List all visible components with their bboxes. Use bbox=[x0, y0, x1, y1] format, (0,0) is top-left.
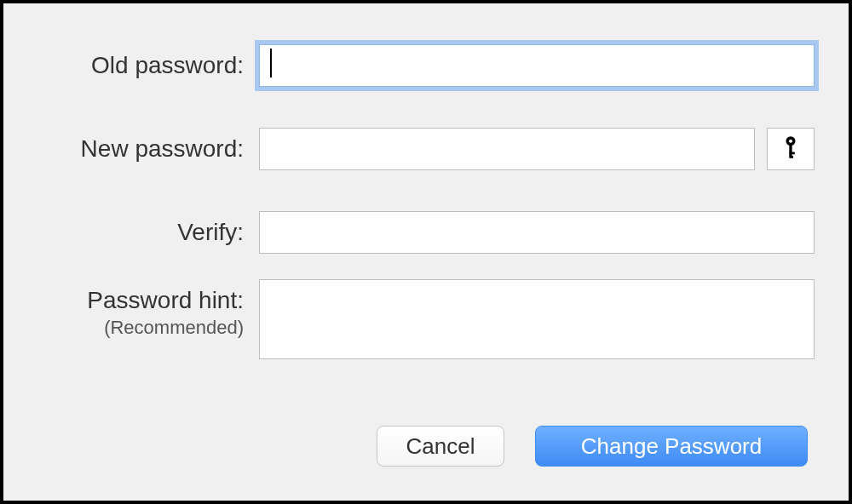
svg-point-1 bbox=[789, 140, 792, 143]
dialog-buttons: Cancel Change Password bbox=[37, 426, 815, 467]
old-password-label: Old password: bbox=[37, 44, 259, 80]
hint-input[interactable] bbox=[259, 279, 815, 359]
verify-row: Verify: bbox=[37, 211, 815, 254]
text-cursor bbox=[270, 49, 272, 77]
svg-rect-2 bbox=[789, 144, 792, 157]
new-password-input[interactable] bbox=[259, 128, 755, 170]
hint-sublabel: (Recommended) bbox=[37, 317, 244, 339]
cancel-button[interactable]: Cancel bbox=[377, 426, 504, 467]
svg-rect-3 bbox=[789, 152, 794, 155]
change-password-dialog: Old password: New password: bbox=[3, 3, 849, 501]
change-password-button[interactable]: Change Password bbox=[535, 426, 808, 467]
new-password-label: New password: bbox=[37, 128, 259, 163]
verify-label: Verify: bbox=[37, 211, 259, 247]
hint-row: Password hint: (Recommended) bbox=[37, 279, 815, 359]
new-password-row: New password: bbox=[37, 128, 815, 170]
verify-input[interactable] bbox=[259, 211, 815, 254]
key-icon bbox=[781, 135, 800, 163]
hint-label: Password hint: bbox=[87, 287, 244, 313]
hint-label-group: Password hint: (Recommended) bbox=[37, 279, 259, 339]
old-password-input[interactable] bbox=[259, 44, 815, 87]
old-password-row: Old password: bbox=[37, 44, 815, 87]
svg-rect-4 bbox=[789, 156, 793, 158]
password-assistant-button[interactable] bbox=[767, 128, 815, 170]
